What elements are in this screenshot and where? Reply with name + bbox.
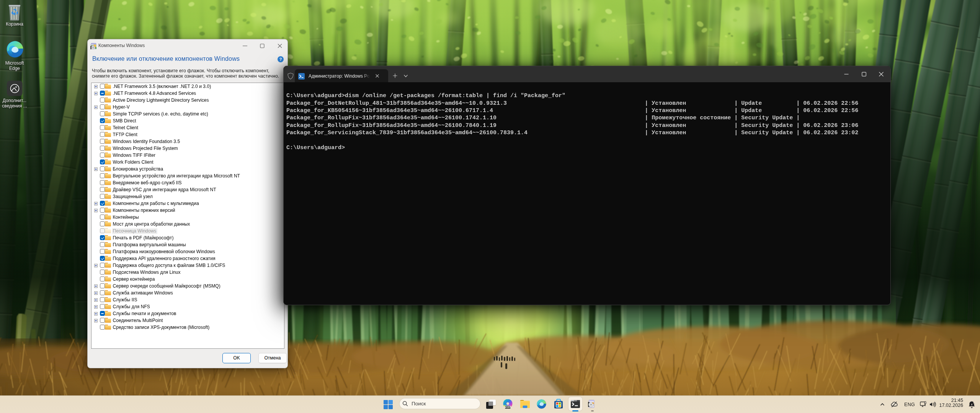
svg-text:M365: M365	[505, 406, 511, 408]
svg-text:z: z	[971, 403, 973, 406]
svg-text:z: z	[973, 402, 974, 404]
